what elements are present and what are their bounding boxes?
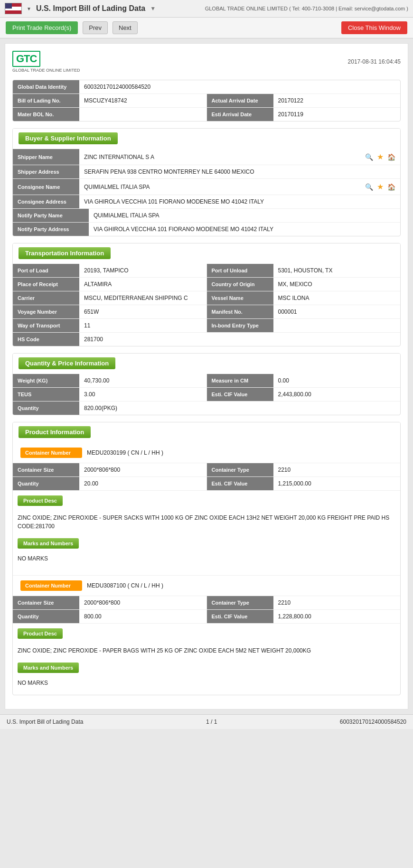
shipper-address-value: SERAFIN PENA 938 CENTRO MONTERREY NLE 64… (79, 165, 400, 178)
product-info-section: Product Information Container Number MED… (12, 422, 401, 695)
consignee-name-label: Consignee Name (13, 179, 79, 195)
container-size-value-1: 2000*806*800 (79, 463, 206, 476)
consignee-search-icon[interactable]: 🔍 (365, 183, 373, 191)
record-date: 2017-08-31 16:04:45 (348, 58, 401, 65)
footer-record-id: 600320170124000584520 (340, 719, 406, 725)
container-number-label-1: Container Number (20, 448, 82, 458)
shipper-star-icon[interactable]: ★ (377, 152, 384, 161)
product-info-header: Product Information (13, 422, 400, 443)
esti-cif-value-1: 1,215,000.00 (273, 477, 401, 490)
country-origin-value: MX, MEXICO (273, 278, 401, 291)
product-info-title: Product Information (19, 426, 91, 438)
identity-label: Global Data Identity (13, 80, 79, 93)
inbond-value (273, 319, 401, 332)
container-type-label-2: Container Type (207, 596, 273, 609)
container-size-row-2: Container Size 2000*806*800 Container Ty… (13, 596, 400, 610)
quantity-label-1: Quantity (13, 477, 79, 490)
consignee-name-row: Consignee Name QUIMIALMEL ITALIA SPA 🔍 ★… (13, 179, 400, 195)
quantity-cif-row-1: Quantity 20.00 Esti. CIF Value 1,215,000… (13, 477, 400, 491)
esti-cif-label-2: Esti. CIF Value (207, 610, 273, 623)
close-window-button[interactable]: Close This Window (341, 21, 407, 34)
transportation-header: Transportation Information (13, 243, 400, 264)
consignee-star-icon[interactable]: ★ (377, 182, 384, 191)
quantity-value-2: 800.00 (79, 610, 206, 623)
bol-left: Bill of Lading No. MSCUZY418742 (13, 94, 206, 107)
quantity-price-title: Quantity & Price Information (19, 357, 115, 369)
prev-button[interactable]: Prev (83, 21, 108, 34)
place-receipt-value: ALTAMIRA (79, 278, 206, 291)
dropdown-title-arrow[interactable]: ▼ (150, 5, 156, 12)
page-footer: U.S. Import Bill of Lading Data 1 / 1 60… (0, 714, 413, 729)
voyage-value: 651W (79, 305, 206, 318)
top-bar: ▼ U.S. Import Bill of Lading Data ▼ GLOB… (0, 0, 413, 18)
esti-cif-label: Esti. CIF Value (207, 388, 273, 401)
teus-label: TEUS (13, 388, 79, 401)
container-size-label-1: Container Size (13, 463, 79, 476)
quantity-value: 820.00(PKG) (79, 401, 400, 415)
teus-value: 3.00 (79, 388, 206, 401)
shipper-home-icon[interactable]: 🏠 (387, 153, 395, 161)
bol-value: MSCUZY418742 (79, 94, 206, 107)
dropdown-arrow-icon[interactable]: ▼ (27, 6, 31, 11)
vessel-name-value: MSC ILONA (273, 291, 401, 305)
marks-text-1: NO MARKS (13, 553, 400, 567)
marks-label-1: Marks and Numbers (18, 538, 79, 549)
actual-arrival-label: Actual Arrival Date (207, 94, 273, 107)
voyage-row: Voyage Number 651W Manifest No. 000001 (13, 305, 400, 319)
print-button[interactable]: Print Trade Record(s) (6, 21, 78, 34)
quantity-label: Quantity (13, 401, 79, 415)
esti-cif-label-1: Esti. CIF Value (207, 477, 273, 490)
way-transport-row: Way of Transport 11 In-bond Entry Type (13, 319, 400, 333)
mater-bol-label: Mater BOL No. (13, 108, 79, 121)
product-block-2: Container Number MEDU3087100 ( CN / L / … (13, 575, 400, 695)
place-receipt-row: Place of Receipt ALTAMIRA Country of Ori… (13, 278, 400, 291)
product-desc-text-2: ZINC OXIDE; ZINC PEROXIDE - PAPER BAGS W… (13, 644, 400, 658)
teus-row: TEUS 3.00 Esti. CIF Value 2,443,800.00 (13, 388, 400, 401)
weight-label: Weight (KG) (13, 374, 79, 387)
manifest-value: 000001 (273, 305, 401, 318)
container-type-label-1: Container Type (207, 463, 273, 476)
notify-party-name-label: Notify Party Name (13, 209, 89, 222)
transportation-title: Transportation Information (19, 247, 111, 259)
quantity-price-section: Quantity & Price Information Weight (KG)… (12, 353, 401, 415)
logo-row: GTC GLOBAL TRADE ONLINE LIMITED 2017-08-… (12, 51, 401, 73)
shipper-address-label: Shipper Address (13, 165, 79, 178)
port-load-row: Port of Load 20193, TAMPICO Port of Unlo… (13, 264, 400, 278)
vessel-name-label: Vessel Name (207, 291, 273, 305)
identity-row: Global Data Identity 6003201701240005845… (13, 80, 400, 94)
product-desc-label-1: Product Desc (18, 495, 63, 506)
bol-label: Bill of Lading No. (13, 94, 79, 107)
manifest-label: Manifest No. (207, 305, 273, 318)
marks-text-2: NO MARKS (13, 678, 400, 691)
mater-bol-value (79, 108, 206, 121)
shipper-name-row: Shipper Name ZINC INTERNATIONAL S A 🔍 ★ … (13, 149, 400, 165)
marks-section-1: Marks and Numbers (13, 533, 400, 553)
buyer-supplier-title: Buyer & Supplier Information (19, 132, 118, 144)
esti-cif-value-2: 1,228,800.00 (273, 610, 401, 623)
bol-right: Actual Arrival Date 20170122 (206, 94, 401, 107)
quantity-cif-row-2: Quantity 800.00 Esti. CIF Value 1,228,80… (13, 610, 400, 624)
actual-arrival-value: 20170122 (273, 94, 401, 107)
hs-code-value: 281700 (79, 333, 400, 346)
next-button[interactable]: Next (113, 21, 138, 34)
consignee-home-icon[interactable]: 🏠 (387, 183, 395, 191)
carrier-label: Carrier (13, 291, 79, 305)
product-desc-label-2: Product Desc (18, 628, 63, 639)
container-size-value-2: 2000*806*800 (79, 596, 206, 609)
transportation-section: Transportation Information Port of Load … (12, 243, 401, 346)
container-number-value-1: MEDU2030199 ( CN / L / HH ) (87, 447, 163, 459)
port-unload-label: Port of Unload (207, 264, 273, 277)
container-num-row-1: Container Number MEDU2030199 ( CN / L / … (13, 443, 400, 463)
product-block-1: Container Number MEDU2030199 ( CN / L / … (13, 443, 400, 570)
marks-section-2: Marks and Numbers (13, 658, 400, 678)
shipper-address-row: Shipper Address SERAFIN PENA 938 CENTRO … (13, 165, 400, 179)
way-transport-label: Way of Transport (13, 319, 79, 332)
port-load-value: 20193, TAMPICO (79, 264, 206, 277)
shipper-search-icon[interactable]: 🔍 (365, 153, 373, 161)
logo-subtitle: GLOBAL TRADE ONLINE LIMITED (12, 68, 80, 73)
esti-cif-value: 2,443,800.00 (273, 388, 401, 401)
container-size-row-1: Container Size 2000*806*800 Container Ty… (13, 463, 400, 477)
notify-party-address-label: Notify Party Address (13, 223, 89, 236)
notify-party-name-row: Notify Party Name QUIMIALMEL ITALIA SPA (13, 209, 400, 223)
footer-page: 1 / 1 (206, 719, 217, 725)
